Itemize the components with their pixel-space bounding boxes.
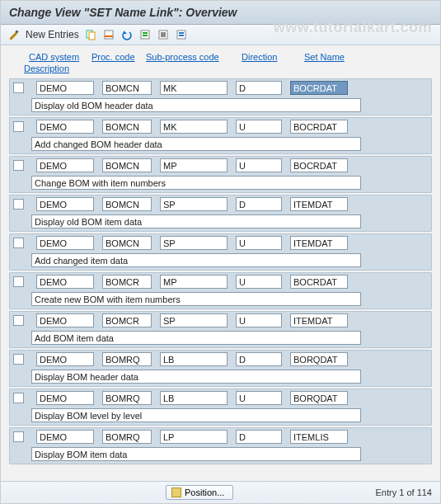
sub-field[interactable]: MK — [160, 120, 228, 134]
cad-field[interactable]: DEMO — [36, 352, 94, 366]
select-all-icon[interactable] — [138, 28, 152, 41]
desc-field[interactable]: Display BOM level by level — [31, 408, 361, 422]
proc-field[interactable]: BOMCN — [102, 236, 152, 250]
dir-field[interactable]: D — [236, 81, 282, 95]
dir-field[interactable]: D — [236, 430, 282, 444]
row-checkbox[interactable] — [13, 354, 24, 365]
toolbar: New Entries — [1, 25, 440, 45]
toggle-display-icon[interactable] — [7, 28, 21, 41]
set-field[interactable]: ITEMDAT — [290, 197, 348, 211]
header-desc[interactable]: Description — [9, 64, 432, 73]
sub-field[interactable]: MP — [160, 275, 228, 289]
svg-rect-2 — [89, 32, 95, 40]
svg-rect-9 — [161, 32, 166, 37]
header-sub[interactable]: Sub-process code — [146, 52, 237, 62]
svg-rect-3 — [105, 31, 113, 39]
proc-field[interactable]: BOMRQ — [102, 430, 152, 444]
dir-field[interactable]: U — [236, 313, 282, 327]
table-row: DEMOBOMCNMKUBOCRDATAdd changed BOM heade… — [9, 117, 432, 154]
delete-icon[interactable] — [102, 28, 115, 41]
undo-icon[interactable] — [120, 28, 134, 41]
cad-field[interactable]: DEMO — [36, 313, 94, 327]
desc-field[interactable]: Display BOM header data — [31, 370, 361, 384]
row-checkbox[interactable] — [13, 315, 24, 326]
set-field[interactable]: BORQDAT — [290, 352, 348, 366]
row-checkbox[interactable] — [13, 82, 24, 93]
row-checkbox[interactable] — [13, 276, 24, 287]
position-label: Position... — [185, 488, 224, 497]
proc-field[interactable]: BOMCR — [102, 313, 152, 327]
sub-field[interactable]: MK — [160, 81, 228, 95]
dir-field[interactable]: D — [236, 352, 282, 366]
row-checkbox[interactable] — [13, 199, 24, 210]
dir-field[interactable]: U — [236, 391, 282, 405]
sub-field[interactable]: LB — [160, 391, 228, 405]
select-block-icon[interactable] — [157, 28, 170, 41]
set-field[interactable]: BOCRDAT — [290, 120, 348, 134]
dir-field[interactable]: U — [236, 236, 282, 250]
svg-rect-7 — [143, 35, 148, 36]
proc-field[interactable]: BOMRQ — [102, 352, 152, 366]
header-cad[interactable]: CAD system — [29, 52, 87, 62]
sub-field[interactable]: LP — [160, 430, 228, 444]
set-field[interactable]: ITEMLIS — [290, 430, 348, 444]
position-button[interactable]: Position... — [166, 485, 233, 500]
dir-field[interactable]: U — [236, 120, 282, 134]
copy-icon[interactable] — [84, 28, 97, 41]
proc-field[interactable]: BOMRQ — [102, 391, 152, 405]
header-dir[interactable]: Direction — [242, 52, 299, 62]
proc-field[interactable]: BOMCR — [102, 275, 152, 289]
cad-field[interactable]: DEMO — [36, 197, 94, 211]
row-checkbox[interactable] — [13, 121, 24, 132]
set-field[interactable]: BOCRDAT — [290, 158, 348, 172]
footer-bar: Position... Entry 1 of 114 — [1, 481, 440, 503]
cad-field[interactable]: DEMO — [36, 275, 94, 289]
desc-field[interactable]: Add changed item data — [31, 253, 361, 267]
cad-field[interactable]: DEMO — [36, 81, 94, 95]
new-entries-button[interactable]: New Entries — [26, 28, 79, 41]
svg-rect-12 — [179, 35, 184, 36]
row-checkbox[interactable] — [13, 393, 24, 403]
proc-field[interactable]: BOMCN — [102, 120, 152, 134]
header-set[interactable]: Set Name — [304, 52, 366, 62]
cad-field[interactable]: DEMO — [36, 430, 94, 444]
dir-field[interactable]: D — [236, 197, 282, 211]
deselect-all-icon[interactable] — [175, 28, 188, 41]
set-field[interactable]: BOCRDAT — [290, 81, 348, 95]
desc-field[interactable]: Create new BOM with item numbers — [31, 292, 361, 306]
set-field[interactable]: BOCRDAT — [290, 275, 348, 289]
table-area: CAD system Proc. code Sub-process code D… — [1, 45, 440, 491]
desc-field[interactable]: Display old BOM header data — [31, 98, 361, 112]
cad-field[interactable]: DEMO — [36, 158, 94, 172]
table-row: DEMOBOMRQLBDBORQDATDisplay BOM header da… — [9, 350, 432, 387]
set-field[interactable]: ITEMDAT — [290, 313, 348, 327]
desc-field[interactable]: Add BOM item data — [31, 331, 361, 345]
proc-field[interactable]: BOMCN — [102, 158, 152, 172]
dir-field[interactable]: U — [236, 158, 282, 172]
sub-field[interactable]: SP — [160, 197, 228, 211]
desc-field[interactable]: Add changed BOM header data — [31, 137, 361, 151]
desc-field[interactable]: Change BOM with item numbers — [31, 176, 361, 190]
header-proc[interactable]: Proc. code — [91, 52, 141, 62]
window-title-bar: Change View "SET Name Link": Overview — [1, 1, 440, 25]
sub-field[interactable]: MP — [160, 158, 228, 172]
dir-field[interactable]: U — [236, 275, 282, 289]
proc-field[interactable]: BOMCN — [102, 197, 152, 211]
sub-field[interactable]: SP — [160, 313, 228, 327]
svg-rect-6 — [143, 32, 148, 34]
set-field[interactable]: BORQDAT — [290, 391, 348, 405]
row-checkbox[interactable] — [13, 160, 24, 171]
sub-field[interactable]: LB — [160, 352, 228, 366]
desc-field[interactable]: Display old BOM item data — [31, 214, 361, 228]
cad-field[interactable]: DEMO — [36, 120, 94, 134]
cad-field[interactable]: DEMO — [36, 391, 94, 405]
desc-field[interactable]: Display BOM item data — [31, 447, 361, 461]
row-checkbox[interactable] — [13, 238, 24, 248]
set-field[interactable]: ITEMDAT — [290, 236, 348, 250]
position-icon — [171, 488, 181, 497]
cad-field[interactable]: DEMO — [36, 236, 94, 250]
new-entries-label: New Entries — [26, 29, 79, 40]
sub-field[interactable]: SP — [160, 236, 228, 250]
row-checkbox[interactable] — [13, 431, 24, 442]
proc-field[interactable]: BOMCN — [102, 81, 152, 95]
